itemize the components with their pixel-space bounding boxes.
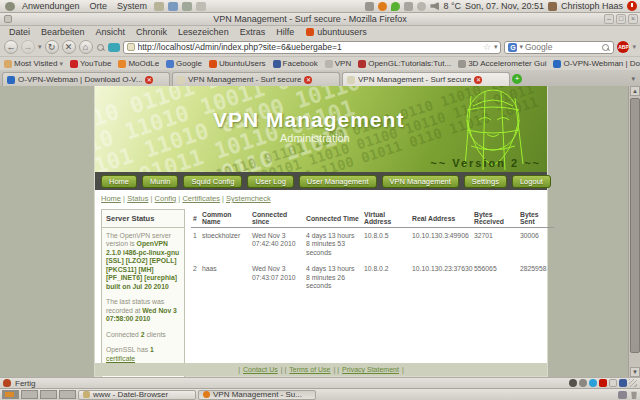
window-menu-icon[interactable] (4, 15, 12, 23)
search-engine-icon[interactable]: G (508, 43, 517, 52)
clock[interactable]: Son, 07. Nov, 20:51 (465, 1, 544, 11)
menu-bearbeiten[interactable]: Bearbeiten (36, 27, 90, 37)
menu-system[interactable]: System (112, 1, 152, 11)
stop-button[interactable]: ✕ (62, 40, 76, 54)
bookmark-vpn[interactable]: VPN (325, 59, 351, 68)
nav-home-button[interactable]: Home (101, 175, 137, 188)
terms-of-use-link[interactable]: Terms of Use (289, 366, 330, 373)
breadcrumb-certificates[interactable]: Certificates (182, 194, 220, 203)
back-button[interactable]: ← (4, 40, 18, 54)
nav-squid-config-button[interactable]: Squid Config (183, 175, 242, 188)
nav-user-log-button[interactable]: User Log (247, 175, 293, 188)
workspace-4[interactable] (59, 390, 76, 399)
taskbar-vpn-management[interactable]: VPN Management - Su... (198, 390, 316, 400)
certificate-link[interactable]: certificate (106, 355, 135, 362)
search-input[interactable] (525, 42, 599, 52)
scroll-up-icon[interactable]: ▲ (630, 86, 640, 96)
ubuntuusers-menu-item[interactable]: ubuntuusers (300, 27, 367, 37)
power-icon[interactable] (627, 1, 637, 11)
menu-hilfe[interactable]: Hilfe (271, 27, 299, 37)
adblock-plus-icon[interactable]: ABP (617, 41, 629, 53)
bookmark-facebook[interactable]: Facebook (273, 59, 318, 68)
resize-grip[interactable] (629, 379, 637, 387)
nav-vpn-management-button[interactable]: VPN Management (382, 175, 459, 188)
nav-user-management-button[interactable]: User Management (299, 175, 377, 188)
session-tray-icon[interactable] (417, 2, 426, 11)
blue-addon-icon[interactable] (108, 43, 120, 52)
menu-datei[interactable]: Datei (4, 27, 35, 37)
search-addon-icon[interactable] (96, 43, 105, 52)
abp-status-icon[interactable] (599, 379, 607, 387)
trash-icon[interactable] (630, 390, 638, 399)
url-dropdown-icon[interactable]: ▾ (494, 43, 498, 51)
bookmark-most-visited[interactable]: Most Visited▾ (4, 59, 63, 68)
volume-tray-icon[interactable] (430, 2, 439, 11)
nav-munin-button[interactable]: Munin (142, 175, 178, 188)
menu-lesezeichen[interactable]: Lesezeichen (173, 27, 234, 37)
breadcrumb-config[interactable]: Config (155, 194, 177, 203)
nav-logout-button[interactable]: Logout (512, 175, 551, 188)
menu-extras[interactable]: Extras (235, 27, 271, 37)
search-go-icon[interactable] (601, 43, 610, 52)
privacy-statement-link[interactable]: Privacy Statement (342, 366, 399, 373)
workspace-1[interactable] (2, 390, 19, 399)
gear-status-icon[interactable] (579, 379, 587, 387)
bookmark-3d-accelerometer[interactable]: 3D Accelerometer Gui (458, 59, 546, 68)
tab-vpn-management-2[interactable]: VPN Management - Surf secure ✕ (342, 72, 510, 86)
launcher-browser-icon[interactable] (168, 2, 178, 11)
facebook-status-icon[interactable] (619, 379, 627, 387)
vertical-scrollbar[interactable]: ▲ ▼ (628, 86, 640, 377)
adblock-dropdown-icon[interactable]: ▾ (632, 43, 636, 51)
globe-status-icon[interactable] (569, 379, 577, 387)
close-button[interactable]: × (628, 14, 638, 24)
breadcrumb-systemcheck[interactable]: Systemcheck (226, 194, 271, 203)
url-input[interactable] (138, 42, 480, 52)
tab-close-icon[interactable]: ✕ (145, 76, 153, 84)
messenger-tray-icon[interactable] (391, 2, 400, 11)
statusbar-paw-icon[interactable] (3, 379, 11, 387)
shield-tray-icon[interactable] (365, 2, 374, 11)
breadcrumb-status[interactable]: Status (127, 194, 148, 203)
launcher-help-icon[interactable] (154, 2, 164, 11)
search-bar[interactable]: G ▾ (504, 41, 614, 54)
bookmark-ubuntuusers[interactable]: UbuntuUsers (209, 59, 266, 68)
menu-chronik[interactable]: Chronik (131, 27, 172, 37)
window-titlebar[interactable]: VPN Management - Surf secure - Mozilla F… (0, 13, 640, 26)
launcher-display-icon[interactable] (196, 2, 206, 11)
page-status-icon[interactable] (609, 379, 617, 387)
bookmark-opengl[interactable]: OpenGL:Tutorials:Tut... (358, 59, 451, 68)
launcher-users-icon[interactable] (182, 2, 192, 11)
skype-status-icon[interactable] (589, 379, 597, 387)
window-selector-icon[interactable] (618, 391, 627, 399)
bookmark-ovpn-webman[interactable]: O-VPN-Webman | Do... (553, 59, 640, 68)
tab-close-icon[interactable]: ✕ (474, 76, 482, 84)
tab-ovpn-webman[interactable]: O-VPN-Webman | Download O-V... ✕ (2, 72, 170, 86)
taskbar-file-browser[interactable]: www - Datei-Browser (78, 390, 196, 400)
bookmark-moodle[interactable]: MoOdLe (118, 59, 159, 68)
update-tray-icon[interactable] (378, 2, 387, 11)
url-bar[interactable]: ☆ ▾ (123, 41, 502, 54)
reload-button[interactable]: ↻ (45, 40, 59, 54)
contact-us-link[interactable]: Contact Us (243, 366, 278, 373)
breadcrumb-home[interactable]: Home (101, 194, 121, 203)
weather-temp[interactable]: 8 °C (443, 1, 461, 11)
workspace-3[interactable] (40, 390, 57, 399)
list-all-tabs-icon[interactable]: ▾ (631, 75, 638, 86)
maximize-button[interactable]: □ (616, 14, 626, 24)
network-tray-icon[interactable] (404, 2, 413, 11)
bookmark-google[interactable]: Google (166, 59, 202, 68)
bookmark-star-icon[interactable]: ☆ (483, 42, 491, 52)
menu-anwendungen[interactable]: Anwendungen (17, 1, 85, 11)
search-engine-dropdown-icon[interactable]: ▾ (519, 43, 523, 51)
menu-ansicht[interactable]: Ansicht (91, 27, 131, 37)
menu-orte[interactable]: Orte (85, 1, 113, 11)
minimize-button[interactable]: – (604, 14, 614, 24)
forward-button[interactable]: → (21, 40, 35, 54)
scroll-down-icon[interactable]: ▼ (630, 367, 640, 377)
scrollbar-thumb[interactable] (630, 98, 640, 353)
new-tab-button[interactable]: + (512, 74, 522, 84)
bookmark-youtube[interactable]: YouTube (70, 59, 111, 68)
distributor-logo-icon[interactable] (5, 2, 15, 11)
user-name[interactable]: Christoph Haas (561, 1, 623, 11)
history-dropdown-icon[interactable]: ▾ (38, 43, 42, 51)
